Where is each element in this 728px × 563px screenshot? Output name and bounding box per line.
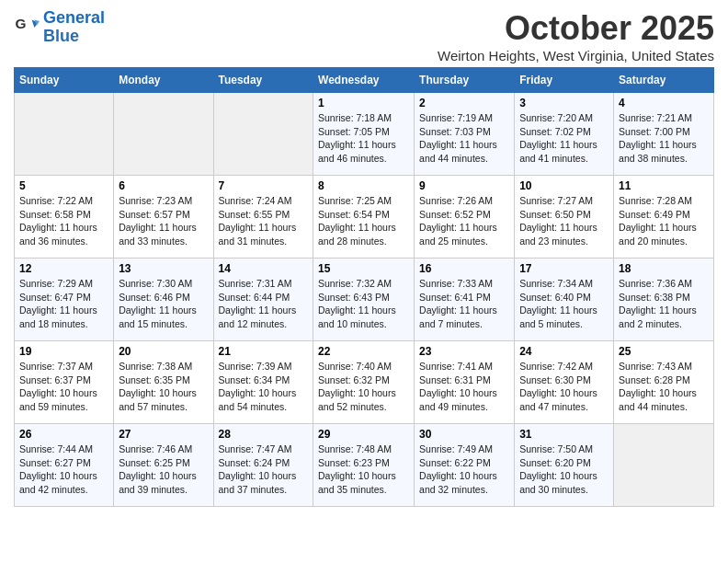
calendar-cell: 24Sunrise: 7:42 AM Sunset: 6:30 PM Dayli… <box>515 341 614 424</box>
day-number: 10 <box>519 179 609 192</box>
calendar-cell: 15Sunrise: 7:32 AM Sunset: 6:43 PM Dayli… <box>313 259 415 341</box>
day-info: Sunrise: 7:43 AM Sunset: 6:28 PM Dayligh… <box>619 360 709 414</box>
calendar-cell: 5Sunrise: 7:22 AM Sunset: 6:58 PM Daylig… <box>15 176 114 259</box>
day-info: Sunrise: 7:27 AM Sunset: 6:50 PM Dayligh… <box>519 194 609 248</box>
day-number: 13 <box>119 262 208 275</box>
day-number: 26 <box>19 428 108 441</box>
logo-text: General Blue <box>43 9 105 46</box>
day-info: Sunrise: 7:20 AM Sunset: 7:02 PM Dayligh… <box>519 111 609 166</box>
day-info: Sunrise: 7:23 AM Sunset: 6:57 PM Dayligh… <box>119 194 208 248</box>
calendar-week-row: 26Sunrise: 7:44 AM Sunset: 6:27 PM Dayli… <box>15 424 714 507</box>
day-number: 2 <box>419 97 509 109</box>
day-number: 29 <box>318 428 409 441</box>
calendar-cell: 3Sunrise: 7:20 AM Sunset: 7:02 PM Daylig… <box>515 93 614 176</box>
weekday-header: Sunday <box>15 68 114 93</box>
day-number: 15 <box>318 262 409 275</box>
day-info: Sunrise: 7:46 AM Sunset: 6:25 PM Dayligh… <box>119 442 208 497</box>
calendar-cell: 7Sunrise: 7:24 AM Sunset: 6:55 PM Daylig… <box>213 176 313 259</box>
day-info: Sunrise: 7:37 AM Sunset: 6:37 PM Dayligh… <box>19 360 108 414</box>
calendar-cell: 10Sunrise: 7:27 AM Sunset: 6:50 PM Dayli… <box>515 176 614 259</box>
calendar-cell: 8Sunrise: 7:25 AM Sunset: 6:54 PM Daylig… <box>313 176 415 259</box>
day-info: Sunrise: 7:22 AM Sunset: 6:58 PM Dayligh… <box>19 194 108 248</box>
day-number: 17 <box>519 262 609 275</box>
day-info: Sunrise: 7:47 AM Sunset: 6:24 PM Dayligh… <box>219 442 309 497</box>
day-number: 7 <box>219 179 309 192</box>
day-number: 31 <box>519 428 609 441</box>
calendar-cell: 17Sunrise: 7:34 AM Sunset: 6:40 PM Dayli… <box>515 259 614 341</box>
day-number: 9 <box>419 179 509 192</box>
day-number: 3 <box>519 97 609 109</box>
day-number: 25 <box>619 345 709 358</box>
calendar-cell: 14Sunrise: 7:31 AM Sunset: 6:44 PM Dayli… <box>213 259 313 341</box>
logo-icon: G <box>14 15 40 40</box>
calendar-cell: 16Sunrise: 7:33 AM Sunset: 6:41 PM Dayli… <box>415 259 515 341</box>
calendar-cell: 21Sunrise: 7:39 AM Sunset: 6:34 PM Dayli… <box>213 341 313 424</box>
day-number: 5 <box>19 179 108 192</box>
calendar-cell: 20Sunrise: 7:38 AM Sunset: 6:35 PM Dayli… <box>114 341 213 424</box>
location-title: Weirton Heights, West Virginia, United S… <box>438 48 714 63</box>
day-info: Sunrise: 7:19 AM Sunset: 7:03 PM Dayligh… <box>419 111 509 166</box>
day-info: Sunrise: 7:48 AM Sunset: 6:23 PM Dayligh… <box>318 442 409 497</box>
weekday-header: Friday <box>515 68 614 93</box>
day-info: Sunrise: 7:49 AM Sunset: 6:22 PM Dayligh… <box>419 442 509 497</box>
day-number: 27 <box>119 428 208 441</box>
calendar-cell: 6Sunrise: 7:23 AM Sunset: 6:57 PM Daylig… <box>114 176 213 259</box>
day-info: Sunrise: 7:44 AM Sunset: 6:27 PM Dayligh… <box>19 442 108 497</box>
calendar-cell: 13Sunrise: 7:30 AM Sunset: 6:46 PM Dayli… <box>114 259 213 341</box>
day-info: Sunrise: 7:26 AM Sunset: 6:52 PM Dayligh… <box>419 194 509 248</box>
day-number: 30 <box>419 428 509 441</box>
calendar-cell <box>114 93 213 176</box>
weekday-header: Monday <box>114 68 213 93</box>
day-number: 24 <box>519 345 609 358</box>
calendar-cell: 12Sunrise: 7:29 AM Sunset: 6:47 PM Dayli… <box>15 259 114 341</box>
svg-text:G: G <box>15 16 26 31</box>
calendar-cell: 18Sunrise: 7:36 AM Sunset: 6:38 PM Dayli… <box>614 259 714 341</box>
logo-line1: General <box>43 8 105 27</box>
calendar-cell: 30Sunrise: 7:49 AM Sunset: 6:22 PM Dayli… <box>415 424 515 507</box>
weekday-header: Thursday <box>415 68 515 93</box>
calendar-cell: 29Sunrise: 7:48 AM Sunset: 6:23 PM Dayli… <box>313 424 415 507</box>
day-info: Sunrise: 7:33 AM Sunset: 6:41 PM Dayligh… <box>419 277 509 331</box>
calendar-cell: 4Sunrise: 7:21 AM Sunset: 7:00 PM Daylig… <box>614 93 714 176</box>
day-number: 20 <box>119 345 208 358</box>
calendar-cell: 9Sunrise: 7:26 AM Sunset: 6:52 PM Daylig… <box>415 176 515 259</box>
calendar-cell: 31Sunrise: 7:50 AM Sunset: 6:20 PM Dayli… <box>515 424 614 507</box>
calendar-cell: 11Sunrise: 7:28 AM Sunset: 6:49 PM Dayli… <box>614 176 714 259</box>
calendar-cell: 26Sunrise: 7:44 AM Sunset: 6:27 PM Dayli… <box>15 424 114 507</box>
calendar-cell <box>15 93 114 176</box>
day-info: Sunrise: 7:39 AM Sunset: 6:34 PM Dayligh… <box>219 360 309 414</box>
calendar-cell <box>614 424 714 507</box>
day-number: 14 <box>219 262 309 275</box>
day-number: 28 <box>219 428 309 441</box>
title-area: October 2025 Weirton Heights, West Virgi… <box>438 9 714 63</box>
calendar-cell: 27Sunrise: 7:46 AM Sunset: 6:25 PM Dayli… <box>114 424 213 507</box>
logo: G General Blue <box>14 9 105 46</box>
day-info: Sunrise: 7:18 AM Sunset: 7:05 PM Dayligh… <box>318 111 409 166</box>
calendar-header: SundayMondayTuesdayWednesdayThursdayFrid… <box>15 68 714 93</box>
day-info: Sunrise: 7:38 AM Sunset: 6:35 PM Dayligh… <box>119 360 208 414</box>
day-number: 6 <box>119 179 208 192</box>
calendar-week-row: 1Sunrise: 7:18 AM Sunset: 7:05 PM Daylig… <box>15 93 714 176</box>
day-number: 16 <box>419 262 509 275</box>
day-info: Sunrise: 7:28 AM Sunset: 6:49 PM Dayligh… <box>619 194 709 248</box>
day-info: Sunrise: 7:41 AM Sunset: 6:31 PM Dayligh… <box>419 360 509 414</box>
day-number: 18 <box>619 262 709 275</box>
day-number: 1 <box>318 97 409 109</box>
calendar-cell: 25Sunrise: 7:43 AM Sunset: 6:28 PM Dayli… <box>614 341 714 424</box>
day-info: Sunrise: 7:32 AM Sunset: 6:43 PM Dayligh… <box>318 277 409 331</box>
day-number: 4 <box>619 97 709 109</box>
calendar-cell <box>213 93 313 176</box>
calendar-cell: 28Sunrise: 7:47 AM Sunset: 6:24 PM Dayli… <box>213 424 313 507</box>
calendar-week-row: 5Sunrise: 7:22 AM Sunset: 6:58 PM Daylig… <box>15 176 714 259</box>
month-title: October 2025 <box>438 9 714 48</box>
day-number: 11 <box>619 179 709 192</box>
day-info: Sunrise: 7:36 AM Sunset: 6:38 PM Dayligh… <box>619 277 709 331</box>
day-info: Sunrise: 7:29 AM Sunset: 6:47 PM Dayligh… <box>19 277 108 331</box>
day-number: 21 <box>219 345 309 358</box>
calendar-cell: 22Sunrise: 7:40 AM Sunset: 6:32 PM Dayli… <box>313 341 415 424</box>
day-number: 12 <box>19 262 108 275</box>
day-number: 8 <box>318 179 409 192</box>
weekday-header: Saturday <box>614 68 714 93</box>
day-info: Sunrise: 7:24 AM Sunset: 6:55 PM Dayligh… <box>219 194 309 248</box>
day-info: Sunrise: 7:25 AM Sunset: 6:54 PM Dayligh… <box>318 194 409 248</box>
